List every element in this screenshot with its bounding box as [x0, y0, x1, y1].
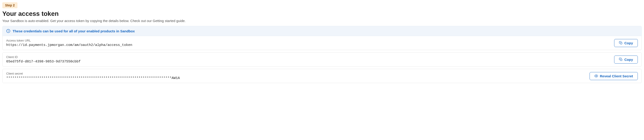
credential-content: Access token URL https://id.payments.jpm… [6, 39, 610, 47]
page-description: Your Sandbox is auto-enabled. Get your a… [2, 19, 642, 23]
copy-icon [619, 41, 623, 45]
copy-button-label: Copy [624, 58, 633, 62]
info-icon [6, 29, 10, 33]
eye-icon [594, 74, 598, 78]
page-title: Your access token [2, 10, 642, 18]
credential-content: Client ID 65ed75fd-d817-4398-9853-9d7375… [6, 55, 610, 64]
credential-label: Client secret [6, 72, 585, 75]
copy-button-client-id[interactable]: Copy [614, 56, 638, 64]
step-badge: Step 2 [2, 2, 18, 8]
reveal-button-label: Reveal Client Secret [600, 74, 633, 78]
credential-value: https://id.payments.jpmorgan.com/am/oaut… [6, 43, 610, 47]
svg-rect-3 [620, 42, 622, 44]
info-banner-text: These credentials can be used for all of… [13, 29, 135, 33]
copy-button-label: Copy [624, 41, 633, 45]
credential-row-client-secret: Client secret **************************… [2, 69, 642, 83]
credential-row-client-id: Client ID 65ed75fd-d817-4398-9853-9d7375… [2, 52, 642, 66]
credential-label: Client ID [6, 55, 610, 59]
credential-content: Client secret **************************… [6, 72, 585, 80]
svg-point-5 [596, 76, 597, 76]
credential-value: 65ed75fd-d817-4398-9853-9d737550cbbf [6, 60, 610, 64]
credential-label: Access token URL [6, 39, 610, 42]
reveal-client-secret-button[interactable]: Reveal Client Secret [590, 72, 638, 80]
credential-value: ****************************************… [6, 76, 585, 80]
svg-rect-4 [620, 59, 622, 60]
copy-icon [619, 58, 623, 61]
credential-row-access-token-url: Access token URL https://id.payments.jpm… [2, 36, 642, 50]
copy-button-access-token-url[interactable]: Copy [614, 39, 638, 47]
info-banner: These credentials can be used for all of… [2, 26, 642, 36]
